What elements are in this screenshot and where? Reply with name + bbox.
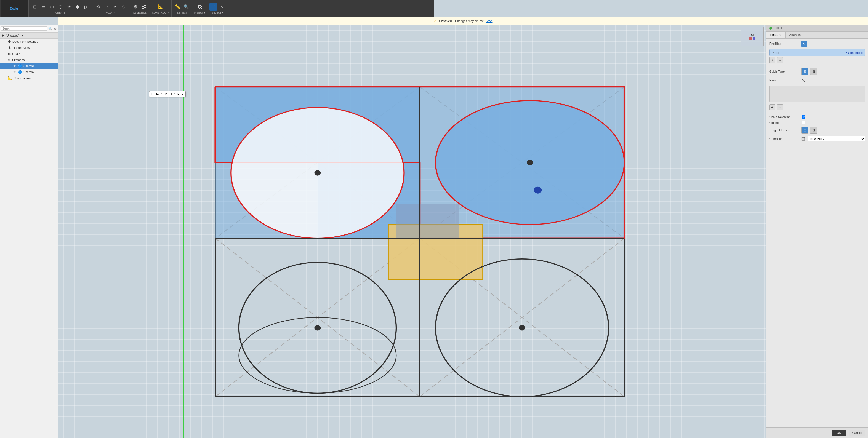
sketch2-icon: 🔷	[18, 70, 22, 74]
document-header: ▶ (Unsaved) ●	[0, 33, 58, 39]
assemble-icon[interactable]: ⛓	[140, 3, 148, 11]
press-pull-icon[interactable]: ⟲	[94, 3, 102, 11]
document-label: (Unsaved)	[5, 34, 20, 37]
left-panel: ▶ (Unsaved) ● ⚙ Document Settings 👁 Name…	[0, 33, 58, 219]
sidebar-item-doc-settings[interactable]: ⚙ Document Settings	[0, 39, 58, 45]
shell-icon[interactable]: ⊕	[120, 3, 127, 11]
construction-icon: 📐	[8, 76, 12, 80]
profile-popup[interactable]: Profile 1 Profile 1 Profile 2 ▾	[149, 91, 186, 97]
design-tab[interactable]: Design	[9, 6, 21, 11]
chamfer-icon[interactable]: ✂	[111, 3, 119, 11]
cursor-icon[interactable]: ↖	[218, 3, 226, 11]
sidebar-label-sketch2: Sketch2	[24, 70, 34, 74]
torus-icon[interactable]: ✳	[65, 3, 73, 11]
sidebar-item-sketch2[interactable]: 👁 🔷 Sketch2	[0, 69, 58, 75]
sidebar-item-origin[interactable]: ⊕ Origin	[0, 51, 58, 57]
visibility-icon-sketch1[interactable]: 👁	[13, 65, 16, 68]
construct-group: 📐 CONSTRUCT ▾	[150, 0, 172, 17]
sidebar-label-sketch1: Sketch1	[24, 64, 34, 68]
profile-popup-label: Profile 1	[152, 92, 162, 96]
sidebar-label-doc-settings: Document Settings	[12, 40, 38, 43]
main-toolbar: Design ⊞ ▭ ⬭ ⬡ ✳ ⬢ ▷ CREATE ⟲ ↗ ✂ ⊕ MODI…	[0, 0, 434, 17]
cylinder-icon[interactable]: ⬭	[48, 3, 56, 11]
pipe-icon[interactable]: ▷	[82, 3, 90, 11]
construct-icon[interactable]: 📐	[157, 3, 165, 11]
insert-icon[interactable]: 🖼	[196, 3, 204, 11]
new-component-icon[interactable]: ⊞	[31, 3, 39, 11]
search-input[interactable]	[1, 27, 48, 31]
panel-settings-icon[interactable]: ⚙	[54, 27, 57, 31]
sidebar-item-named-views[interactable]: 👁 Named Views	[0, 45, 58, 51]
sidebar-item-sketches[interactable]: ✏ Sketches	[0, 57, 58, 63]
measure-icon[interactable]: 📏	[174, 3, 182, 11]
coil-icon[interactable]: ⬢	[74, 3, 82, 11]
select-label: SELECT ▾	[212, 11, 223, 14]
insert-label: INSERT ▾	[194, 11, 205, 14]
select-icon[interactable]: ⬚	[209, 3, 217, 11]
sidebar-label-sketches: Sketches	[12, 58, 25, 62]
sidebar-label-named-views: Named Views	[13, 46, 31, 50]
search-icon[interactable]: 🔍	[48, 27, 53, 31]
canvas-area: Profile 1 Profile 1 Profile 2 ▾	[58, 25, 434, 219]
joint-icon[interactable]: ⚙	[132, 3, 140, 11]
modify-label: MODIFY	[106, 11, 116, 14]
sketches-icon: ✏	[8, 58, 11, 62]
visibility-icon-sketch2[interactable]: 👁	[13, 71, 16, 74]
origin-icon: ⊕	[8, 52, 11, 56]
canvas-svg	[58, 25, 434, 219]
design-tab-group: Design	[1, 0, 29, 17]
construct-label: CONSTRUCT ▾	[152, 11, 170, 14]
doc-settings-icon: ⚙	[8, 39, 11, 44]
inspect-label: INSPECT	[177, 11, 187, 14]
insert-group: 🖼 INSERT ▾	[193, 0, 207, 17]
profile-popup-select[interactable]: Profile 1 Profile 2	[164, 92, 181, 96]
sidebar-item-construction[interactable]: 📐 Construction	[0, 75, 58, 81]
box-icon[interactable]: ▭	[39, 3, 47, 11]
assemble-group: ⚙ ⛓ ASSEMBLE	[130, 0, 150, 17]
sidebar-label-construction: Construction	[13, 76, 31, 80]
sidebar-label-origin: Origin	[12, 52, 20, 56]
left-panel-search: 🔍 ⚙	[0, 25, 58, 33]
fillet-icon[interactable]: ↗	[103, 3, 111, 11]
inspect-icon[interactable]: 🔍	[182, 3, 190, 11]
create-group: ⊞ ▭ ⬭ ⬡ ✳ ⬢ ▷ CREATE	[29, 0, 92, 17]
create-label: CREATE	[56, 11, 65, 14]
profile-popup-arrow: ▾	[182, 92, 183, 96]
assemble-label: ASSEMBLE	[133, 11, 147, 14]
warning-icon: ⚠	[433, 19, 434, 23]
named-views-icon: 👁	[8, 45, 11, 50]
select-group: ⬚ ↖ SELECT ▾	[208, 0, 227, 17]
svg-rect-19	[396, 204, 434, 219]
notification-bar: ⚠ Unsaved: Changes may be lost Save	[58, 17, 434, 25]
inspect-group: 📏 🔍 INSPECT	[172, 0, 192, 17]
document-options-icon[interactable]: ●	[22, 34, 24, 37]
svg-point-15	[314, 170, 320, 176]
sidebar-item-sketch1[interactable]: 👁 🔷 Sketch1	[0, 63, 58, 69]
modify-group: ⟲ ↗ ✂ ⊕ MODIFY	[92, 0, 129, 17]
sphere-icon[interactable]: ⬡	[57, 3, 64, 11]
expand-icon[interactable]: ▶	[2, 34, 4, 37]
sketch1-icon: 🔷	[18, 64, 22, 68]
